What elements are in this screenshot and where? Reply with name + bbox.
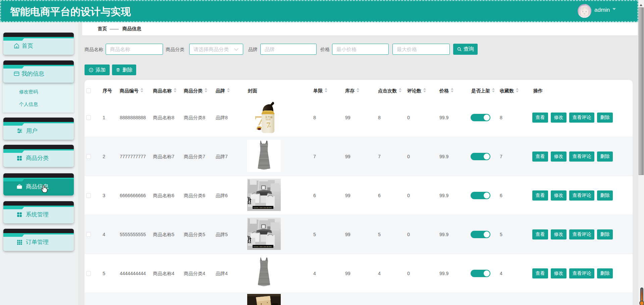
svg-text:ki: ki xyxy=(248,200,251,205)
svg-text:玉兰油: 玉兰油 xyxy=(265,116,273,119)
svg-text:You know, it side is close sid: You know, it side is close side when... xyxy=(253,207,273,209)
svg-text:7: 7 xyxy=(266,121,270,129)
svg-text:效: 效 xyxy=(269,125,271,127)
svg-text:ki: ki xyxy=(248,239,251,244)
svg-text:You know, it side is close sid: You know, it side is close side when... xyxy=(253,246,273,248)
